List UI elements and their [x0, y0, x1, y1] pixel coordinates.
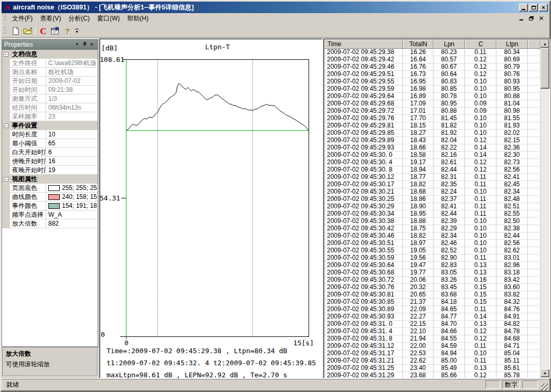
- table-row[interactable]: 2009-07-02 09:45:29.6817.0980.950.0981.0…: [324, 100, 541, 108]
- help-button[interactable]: ?: [61, 25, 73, 37]
- properties-button[interactable]: [49, 25, 61, 37]
- table-row[interactable]: 2009-07-02 09:45:31.1722.5384.940.1085.0…: [324, 350, 541, 357]
- table-row[interactable]: 2009-07-02 09:45:29.3816.2680.230.1180.3…: [324, 49, 541, 56]
- property-row[interactable]: 白天开始时间6: [2, 148, 98, 157]
- table-row[interactable]: 2009-07-02 09:45:30.2518.8682.370.1182.4…: [324, 196, 541, 203]
- column-header-ltpn[interactable]: Ltpn: [496, 39, 528, 49]
- open-file-button[interactable]: [22, 25, 34, 37]
- table-row[interactable]: 2009-07-02 09:45:29.7217.0180.880.0980.9…: [324, 108, 541, 115]
- table-row[interactable]: 2009-07-02 09:45:30.7220.0683.260.1683.4…: [324, 277, 541, 284]
- property-section-header[interactable]: -事件设置: [2, 121, 98, 130]
- menu-analysis[interactable]: 分析(C): [65, 13, 93, 25]
- property-value[interactable]: 65: [46, 139, 98, 147]
- column-header-c[interactable]: C: [465, 39, 496, 49]
- menu-help[interactable]: 帮助(H): [123, 13, 152, 25]
- column-header-time[interactable]: Time: [324, 39, 403, 49]
- table-row[interactable]: 2009-07-02 09:45:30.5519.0582.520.1082.6…: [324, 247, 541, 255]
- property-value[interactable]: W_A: [46, 210, 98, 219]
- property-section-header[interactable]: -文档信息: [2, 50, 98, 59]
- table-row[interactable]: 2009-07-02 09:45:30.7620.3283.450.1583.6…: [324, 284, 541, 291]
- maximize-button[interactable]: [529, 4, 538, 12]
- menubar-grip[interactable]: [4, 15, 6, 22]
- property-row[interactable]: 傍晚开始时间16: [2, 157, 98, 166]
- close-button[interactable]: ×: [539, 4, 548, 12]
- table-row[interactable]: 2009-07-02 09:45:31.2122.6285.000.1185.1…: [324, 357, 541, 365]
- property-value[interactable]: 19: [46, 166, 98, 174]
- table-row[interactable]: 2009-07-02 09:45:29.5916.9880.850.1080.9…: [324, 86, 541, 93]
- property-row[interactable]: 夜晚开始时间19: [2, 166, 98, 175]
- property-row[interactable]: 曲线颜色240; 158; 15: [2, 193, 98, 202]
- table-row[interactable]: 2009-07-02 09:45:30. 419.1782.610.1282.7…: [324, 159, 541, 166]
- property-row[interactable]: 开始日期2009-07-02: [2, 77, 98, 86]
- property-value[interactable]: 882: [46, 219, 98, 228]
- toolbar-grip[interactable]: [4, 27, 6, 35]
- table-row[interactable]: 2009-07-02 09:45:30.1218.7782.310.1182.4…: [324, 174, 541, 181]
- property-value[interactable]: 1/3: [46, 94, 98, 103]
- table-row[interactable]: 2009-07-02 09:45:29.6416.8980.780.1080.8…: [324, 93, 541, 100]
- table-row[interactable]: 2009-07-02 09:45:30.3818.8882.390.1082.5…: [324, 218, 541, 225]
- table-row[interactable]: 2009-07-02 09:45:30.2918.9082.410.1182.5…: [324, 203, 541, 210]
- table-row[interactable]: 2009-07-02 09:45:31. 422.1084.660.1284.7…: [324, 328, 541, 335]
- table-row[interactable]: 2009-07-02 09:45:30.5919.5682.900.1183.0…: [324, 255, 541, 262]
- table-row[interactable]: 2009-07-02 09:45:29.7617.7081.450.1081.5…: [324, 115, 541, 122]
- chart-panel[interactable]: [dB] Ltpn-T 108.61 54.31 0 0 15[s] Time=…: [99, 38, 323, 378]
- toolbar-options-button[interactable]: ▼: [73, 25, 80, 37]
- property-row[interactable]: 测点名称栎社机场: [2, 68, 98, 77]
- scroll-down-button[interactable]: ▼: [541, 369, 549, 377]
- property-row[interactable]: 放大倍数882: [2, 219, 98, 228]
- table-row[interactable]: 2009-07-02 09:45:30.1718.8282.350.1182.4…: [324, 181, 541, 188]
- table-row[interactable]: 2009-07-02 09:45:31.2523.4085.490.1385.6…: [324, 365, 541, 372]
- analysis-button[interactable]: C: [37, 25, 49, 37]
- property-row[interactable]: 采样频率23: [2, 112, 98, 121]
- mdi-close-button[interactable]: ✕: [537, 15, 545, 22]
- property-row[interactable]: 时间长度10: [2, 130, 98, 139]
- property-value[interactable]: 6: [46, 148, 98, 156]
- table-row[interactable]: 2009-07-02 09:45:29.5516.9580.830.1080.9…: [324, 78, 541, 86]
- property-row[interactable]: 最小阈值65: [2, 139, 98, 148]
- property-value[interactable]: 16: [46, 157, 98, 165]
- column-header-lpn[interactable]: Lpn: [433, 39, 465, 49]
- menu-file[interactable]: 文件(F): [8, 13, 36, 25]
- table-row[interactable]: 2009-07-02 09:45:29.9318.6682.220.1482.3…: [324, 144, 541, 152]
- table-row[interactable]: 2009-07-02 09:45:31.1222.0084.590.1184.7…: [324, 343, 541, 350]
- property-row[interactable]: 测量方式1/3: [2, 94, 98, 103]
- table-row[interactable]: 2009-07-02 09:45:29.8518.2781.920.1082.0…: [324, 130, 541, 137]
- table-row[interactable]: 2009-07-02 09:45:31. 821.9484.550.1284.6…: [324, 335, 541, 343]
- property-value[interactable]: C:\awa6298\机场: [46, 59, 98, 67]
- table-row[interactable]: 2009-07-02 09:45:29.8118.1581.820.1081.9…: [324, 122, 541, 130]
- scroll-thumb[interactable]: [541, 48, 549, 89]
- property-row[interactable]: 经历时间06h34m13s: [2, 103, 98, 112]
- pane-pin-button[interactable]: [81, 41, 88, 48]
- table-row[interactable]: 2009-07-02 09:45:30.3418.9582.440.1182.5…: [324, 210, 541, 218]
- table-row[interactable]: 2009-07-02 09:45:30.9322.2784.770.1484.9…: [324, 313, 541, 321]
- table-row[interactable]: 2009-07-02 09:45:29.5116.7380.640.1280.7…: [324, 71, 541, 78]
- table-row[interactable]: 2009-07-02 09:45:30. 018.5882.160.1482.3…: [324, 152, 541, 159]
- table-row[interactable]: 2009-07-02 09:45:30.5118.9782.460.1082.5…: [324, 240, 541, 247]
- table-row[interactable]: 2009-07-02 09:45:30.4218.7582.290.1082.3…: [324, 225, 541, 232]
- property-row[interactable]: 开始时间09:21:38: [2, 86, 98, 94]
- scroll-up-button[interactable]: ▲: [541, 39, 549, 48]
- table-row[interactable]: 2009-07-02 09:45:30. 818.9482.440.1282.5…: [324, 166, 541, 174]
- pane-menu-button[interactable]: ▼: [73, 41, 81, 48]
- mdi-restore-button[interactable]: [527, 15, 535, 22]
- collapse-minus-icon[interactable]: -: [4, 123, 8, 128]
- menu-view[interactable]: 查看(V): [36, 13, 65, 25]
- table-row[interactable]: 2009-07-02 09:45:30.8922.0984.650.1184.7…: [324, 306, 541, 313]
- table-row[interactable]: 2009-07-02 09:45:29.4216.6480.570.1280.6…: [324, 56, 541, 63]
- resize-grip[interactable]: [541, 384, 548, 390]
- ltpn-chart[interactable]: [100, 39, 322, 344]
- table-row[interactable]: 2009-07-02 09:45:31.2923.6885.660.1285.7…: [324, 372, 541, 378]
- property-value[interactable]: 栎社机场: [46, 68, 98, 76]
- minimize-button[interactable]: [519, 4, 528, 12]
- table-row[interactable]: 2009-07-02 09:45:29.8918.4382.040.1282.1…: [324, 137, 541, 144]
- table-row[interactable]: 2009-07-02 09:45:30.6819.7783.050.1383.1…: [324, 269, 541, 277]
- property-row[interactable]: 频率点选择W_A: [2, 210, 98, 219]
- new-file-button[interactable]: [9, 25, 22, 37]
- collapse-minus-icon[interactable]: -: [4, 177, 8, 182]
- property-value[interactable]: 240; 158; 15: [46, 193, 98, 201]
- table-row[interactable]: 2009-07-02 09:45:31. 022.1584.700.1384.8…: [324, 321, 541, 328]
- menu-window[interactable]: 窗口(W): [93, 13, 123, 25]
- table-row[interactable]: 2009-07-02 09:45:30.2118.6882.240.1082.3…: [324, 188, 541, 196]
- property-value[interactable]: 10: [46, 130, 98, 139]
- table-row[interactable]: 2009-07-02 09:45:30.8120.6583.680.1583.8…: [324, 291, 541, 299]
